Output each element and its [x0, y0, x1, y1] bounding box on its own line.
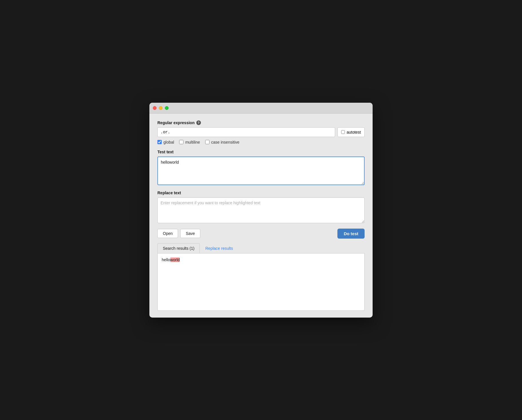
replace-text-section-label: Replace text: [157, 191, 365, 195]
help-icon[interactable]: ?: [196, 120, 201, 125]
case-insensitive-flag[interactable]: case insensitive: [205, 140, 240, 144]
replace-text-wrapper: [157, 197, 365, 224]
tabs-row: Search results (1) Replace results: [157, 243, 365, 253]
regex-label-text: Regular expression: [157, 120, 195, 125]
case-insensitive-checkbox[interactable]: [205, 140, 209, 144]
regex-input-row: autotest: [157, 127, 365, 137]
app-window: Regular expression ? autotest global mul…: [149, 103, 373, 318]
result-line: helloworld: [162, 257, 360, 262]
flags-row: global multiline case insensitive: [157, 140, 365, 144]
tab-replace-results[interactable]: Replace results: [200, 243, 238, 253]
tab-search-results[interactable]: Search results (1): [157, 243, 200, 253]
case-insensitive-label: case insensitive: [211, 140, 240, 144]
autotest-checkbox[interactable]: [341, 130, 345, 134]
autotest-label[interactable]: autotest: [337, 127, 365, 137]
minimize-button[interactable]: [159, 106, 163, 110]
left-buttons: Open Save: [157, 229, 200, 238]
autotest-text: autotest: [347, 130, 361, 134]
do-test-button[interactable]: Do test: [337, 229, 365, 239]
global-checkbox[interactable]: [157, 140, 162, 144]
main-content: Regular expression ? autotest global mul…: [149, 114, 373, 318]
result-text-before: hello: [162, 257, 170, 262]
global-label: global: [163, 140, 174, 144]
replace-text-input[interactable]: [157, 197, 365, 223]
results-area: helloworld: [157, 253, 365, 311]
regex-section-label: Regular expression ?: [157, 120, 365, 125]
maximize-button[interactable]: [165, 106, 169, 110]
result-text-highlighted: world: [170, 257, 180, 262]
titlebar: [149, 103, 373, 114]
buttons-row: Open Save Do test: [157, 229, 365, 239]
multiline-flag[interactable]: multiline: [179, 140, 200, 144]
test-text-section-label: Test text: [157, 150, 365, 154]
multiline-checkbox[interactable]: [179, 140, 183, 144]
save-button[interactable]: Save: [180, 229, 200, 238]
regex-input[interactable]: [157, 127, 335, 137]
test-text-input[interactable]: helloworld: [157, 156, 365, 185]
open-button[interactable]: Open: [157, 229, 178, 238]
traffic-lights: [153, 106, 169, 110]
global-flag[interactable]: global: [157, 140, 174, 144]
close-button[interactable]: [153, 106, 157, 110]
test-text-wrapper: helloworld: [157, 156, 365, 186]
multiline-label: multiline: [185, 140, 200, 144]
